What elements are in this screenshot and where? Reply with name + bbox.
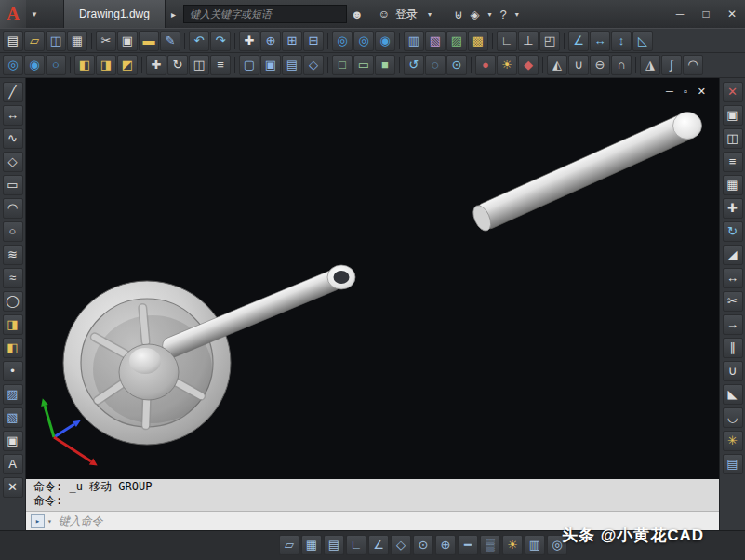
- open-icon[interactable]: ▱: [24, 31, 45, 51]
- isolate-objects-icon[interactable]: ☀: [502, 535, 523, 555]
- properties-icon[interactable]: ▤: [723, 454, 743, 474]
- circle-3p-icon[interactable]: ◉: [375, 31, 395, 51]
- spline-icon[interactable]: ≈: [3, 268, 23, 288]
- circle-icon[interactable]: ○: [3, 221, 23, 242]
- line-icon[interactable]: ╱: [3, 82, 23, 102]
- join-icon[interactable]: ∪: [723, 361, 743, 381]
- cut-icon[interactable]: ✂: [96, 31, 116, 51]
- fillet-icon[interactable]: ◡: [723, 407, 743, 428]
- command-prompt-caret-icon[interactable]: ▾: [47, 517, 52, 526]
- tool-palettes-icon[interactable]: ▨: [446, 31, 467, 51]
- insert-block-icon[interactable]: ◨: [96, 55, 116, 75]
- app-store-cart-icon[interactable]: ⊎: [450, 7, 467, 21]
- free-orbit-icon[interactable]: ◌: [425, 55, 446, 75]
- close-toolbar-icon[interactable]: ✕: [3, 477, 23, 498]
- render-icon[interactable]: ●: [475, 55, 496, 75]
- make-block-icon[interactable]: ◧: [74, 55, 95, 75]
- chamfer-icon[interactable]: ◣: [723, 384, 743, 405]
- polar-tracking-icon[interactable]: ∠: [368, 535, 389, 555]
- ucs-icon[interactable]: ∟: [497, 31, 517, 51]
- lights-icon[interactable]: ☀: [497, 55, 517, 75]
- mirror-icon[interactable]: ◫: [189, 55, 209, 75]
- break-icon[interactable]: ∥: [723, 338, 743, 358]
- quick-dimension-icon[interactable]: ↕: [611, 31, 632, 51]
- rectangle-icon[interactable]: ▭: [3, 175, 23, 195]
- transparency-icon[interactable]: ▒: [480, 535, 500, 555]
- tab-overflow-icon[interactable]: ▸: [166, 9, 181, 20]
- trim-icon[interactable]: ✂: [723, 291, 743, 312]
- exchange-apps-icon[interactable]: ◈: [466, 7, 483, 21]
- signin-button[interactable]: ☺ 登录 ▾: [373, 4, 442, 24]
- app-menu-caret-icon[interactable]: ▼: [26, 10, 43, 19]
- autocad-logo-button[interactable]: A: [0, 0, 26, 28]
- angular-dimension-icon[interactable]: ◺: [632, 31, 653, 51]
- grid-display-icon[interactable]: ▤: [324, 535, 344, 555]
- donut-icon[interactable]: ◉: [24, 55, 45, 75]
- properties-icon[interactable]: ▥: [404, 31, 424, 51]
- leader-icon[interactable]: ∠: [568, 31, 589, 51]
- circle-2p-icon[interactable]: ◎: [353, 31, 374, 51]
- match-properties-icon[interactable]: ✎: [160, 31, 180, 51]
- arc-icon[interactable]: ◠: [3, 198, 23, 219]
- maximize-button[interactable]: □: [693, 1, 719, 27]
- explode-icon[interactable]: ✳: [723, 431, 743, 451]
- xref-icon[interactable]: ◩: [117, 55, 138, 75]
- pipe-3d-object[interactable]: [470, 113, 702, 233]
- object-snap-icon[interactable]: ⊙: [413, 535, 433, 555]
- viewport-minimize-icon[interactable]: ─: [666, 87, 673, 97]
- save-icon[interactable]: ◫: [46, 31, 66, 51]
- ellipse-icon[interactable]: ○: [46, 55, 66, 75]
- view-iso-icon[interactable]: ◇: [303, 55, 324, 75]
- help-caret-icon[interactable]: ▾: [511, 10, 524, 19]
- snap-mode-icon[interactable]: ▦: [301, 535, 322, 555]
- orbit-icon[interactable]: ↺: [404, 55, 424, 75]
- qnew-icon[interactable]: ▤: [3, 31, 23, 51]
- array-icon[interactable]: ▦: [723, 175, 743, 195]
- view-left-icon[interactable]: ▤: [282, 55, 302, 75]
- mirror-icon[interactable]: ◫: [723, 128, 743, 149]
- zoom-realtime-icon[interactable]: ⊕: [260, 31, 281, 51]
- stretch-icon[interactable]: ↔: [723, 268, 743, 288]
- communication-center-icon[interactable]: ☻: [347, 7, 367, 21]
- point-icon[interactable]: •: [3, 361, 23, 381]
- paste-icon[interactable]: ▬: [139, 31, 159, 51]
- extrude-icon[interactable]: ◮: [640, 55, 660, 75]
- make-block-icon[interactable]: ◧: [3, 338, 23, 358]
- gradient-icon[interactable]: ▧: [3, 407, 23, 428]
- hatch-icon[interactable]: ▨: [3, 384, 23, 405]
- sheet-set-manager-icon[interactable]: ▩: [468, 31, 488, 51]
- help-icon[interactable]: ?: [497, 7, 511, 21]
- drawing-viewport[interactable]: ─▫✕: [26, 78, 719, 479]
- offset-icon[interactable]: ≡: [723, 152, 743, 172]
- visual-style-wireframe-icon[interactable]: □: [332, 55, 353, 75]
- region-icon[interactable]: ▣: [3, 431, 23, 451]
- insert-block-icon[interactable]: ◨: [3, 314, 23, 335]
- extend-icon[interactable]: →: [723, 314, 743, 335]
- erase-icon[interactable]: ✕: [723, 82, 743, 102]
- zoom-previous-icon[interactable]: ⊟: [303, 31, 324, 51]
- close-button[interactable]: ✕: [719, 1, 745, 27]
- revision-cloud-icon[interactable]: ≋: [3, 245, 23, 265]
- visual-style-hidden-icon[interactable]: ▭: [353, 55, 374, 75]
- minimize-button[interactable]: ─: [667, 1, 693, 27]
- linear-dimension-icon[interactable]: ↔: [590, 31, 610, 51]
- viewport-restore-icon[interactable]: ▫: [684, 87, 687, 97]
- circle-donut-icon[interactable]: ◎: [332, 31, 353, 51]
- ucs-world-icon[interactable]: ⊥: [518, 31, 539, 51]
- polygon-icon[interactable]: ◇: [3, 152, 23, 172]
- polyline-icon[interactable]: ∿: [3, 128, 23, 149]
- command-input-placeholder[interactable]: 键入命令: [59, 513, 103, 529]
- designcenter-icon[interactable]: ▧: [425, 31, 446, 51]
- visual-style-shaded-icon[interactable]: ■: [375, 55, 395, 75]
- document-tab[interactable]: Drawing1.dwg: [63, 0, 166, 28]
- move-icon[interactable]: ✚: [723, 198, 743, 219]
- redo-icon[interactable]: ↷: [210, 31, 231, 51]
- undo-icon[interactable]: ↶: [189, 31, 209, 51]
- view-front-icon[interactable]: ▣: [260, 55, 281, 75]
- infer-constraints-icon[interactable]: ▱: [279, 535, 299, 555]
- union-icon[interactable]: ∪: [568, 55, 589, 75]
- handwheel-3d-object[interactable]: [63, 265, 355, 445]
- offset-icon[interactable]: ≡: [210, 55, 231, 75]
- subtract-icon[interactable]: ⊖: [590, 55, 610, 75]
- move-icon[interactable]: ✚: [146, 55, 166, 75]
